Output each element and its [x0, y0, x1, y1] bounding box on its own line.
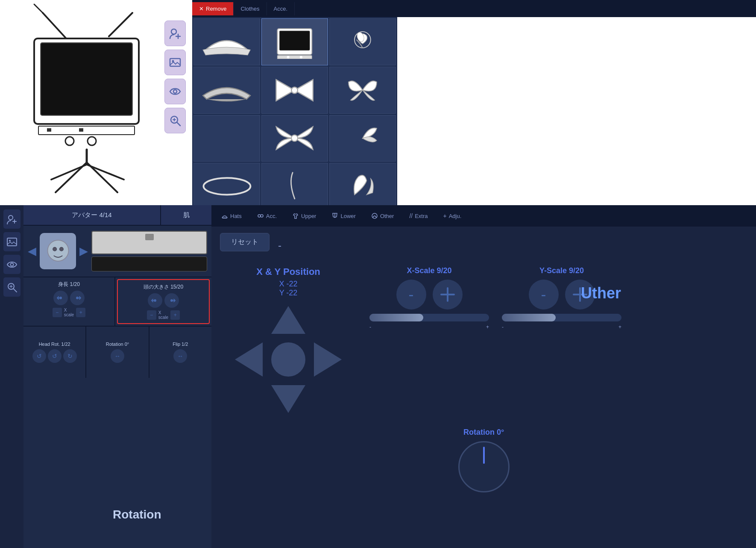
rotation-bottom-label: Rotation [113, 508, 161, 521]
tab-extra[interactable]: // Extra [401, 209, 435, 223]
nav-tab-remove[interactable]: ✕ Remove [192, 2, 234, 15]
y-scale-minus-button[interactable]: - [529, 280, 559, 309]
item-cell-6[interactable] [329, 67, 396, 114]
y-scale-track-labels: - + [502, 324, 621, 330]
item-cell-11[interactable] [261, 163, 328, 210]
height-xscale-row: − Xscale + [27, 308, 111, 317]
head-decrease-button[interactable] [148, 293, 162, 308]
rotation-indicator [483, 447, 485, 464]
item-cell-3[interactable] [329, 18, 396, 65]
dpad-center-button[interactable] [271, 342, 305, 377]
tab-hats[interactable]: Hats [214, 209, 249, 223]
sidebar-add-btn[interactable] [3, 209, 21, 229]
tab-lower[interactable]: Lower [324, 209, 363, 223]
eye-button[interactable] [164, 79, 186, 104]
y-scale-max-label: + [618, 324, 621, 330]
svg-rect-18 [170, 59, 180, 66]
full-layout: ✕ Remove Clothes Acce. [0, 0, 756, 548]
halo-item [199, 167, 255, 206]
upper-tab-icon [292, 212, 299, 219]
reset-row: リセット - [220, 233, 747, 258]
head-rot-btn-1[interactable]: ↺ [32, 349, 46, 363]
item-cell-10[interactable] [193, 163, 260, 210]
right-main-panel: Hats Acc. Upper [211, 205, 756, 548]
item-cell-2[interactable] [261, 18, 328, 65]
height-scale-plus[interactable]: + [76, 308, 85, 317]
svg-point-28 [287, 56, 290, 59]
rotation-label: Rotation 0° [106, 342, 129, 347]
dpad-left-button[interactable] [235, 342, 263, 377]
avatar-config-panel: アバター 4/14 肌 ◀ ▶ [23, 205, 211, 548]
y-scale-track[interactable] [502, 314, 621, 321]
item-cell-4[interactable] [193, 67, 260, 114]
item-cell-8[interactable] [261, 115, 328, 162]
skin-swatch-dark[interactable] [91, 256, 207, 271]
head-rot-btn-2[interactable]: ↺ [48, 349, 62, 363]
x-scale-min-label: - [369, 324, 371, 330]
x-scale-minus-button[interactable]: - [396, 280, 426, 309]
plus-icon [439, 286, 456, 303]
flip-cell: Flip 1/2 ↔ [149, 327, 211, 378]
tab-adjust[interactable]: + Adju. [436, 209, 469, 223]
skin-swatch-light[interactable] [91, 231, 207, 254]
rotation-circle[interactable] [458, 441, 510, 492]
sidebar-image-btn[interactable] [3, 232, 21, 251]
hats-tab-icon [221, 212, 228, 219]
x-scale-ctrl: X-Scale 9/20 - [369, 266, 489, 415]
dpad-down-button[interactable] [271, 385, 305, 413]
x-scale-title: X-Scale 9/20 [369, 266, 489, 275]
head-scale-minus[interactable]: − [147, 310, 156, 320]
head-scale-plus[interactable]: + [170, 310, 180, 320]
avatar-next-button[interactable]: ▶ [79, 245, 88, 258]
x-scale-plus-button[interactable] [433, 280, 463, 309]
reset-button[interactable]: リセット [220, 233, 270, 251]
xy-position-values: X -22 Y -22 [220, 280, 357, 298]
item-cell-1[interactable] [193, 18, 260, 65]
head-increase-button[interactable] [164, 293, 179, 308]
uther-text: Uther [581, 284, 621, 302]
bow-item [268, 120, 321, 156]
items-grid [192, 17, 397, 205]
svg-rect-4 [41, 43, 132, 115]
svg-point-15 [171, 29, 176, 34]
height-scale-minus[interactable]: − [53, 308, 62, 317]
head-rot-btn-3[interactable]: ↻ [63, 349, 77, 363]
dpad-right-button[interactable] [314, 342, 342, 377]
skin-label: 肌 [160, 205, 211, 225]
height-increase-button[interactable] [70, 291, 85, 305]
flip-btn[interactable]: ↔ [173, 349, 187, 363]
gallery-button[interactable] [164, 50, 186, 75]
rotation-btn[interactable]: ↔ [111, 349, 124, 363]
svg-line-42 [13, 289, 17, 292]
sidebar-zoom-btn[interactable] [3, 277, 21, 297]
wing-item [340, 122, 386, 154]
sidebar-eye-btn[interactable] [3, 255, 21, 274]
rotation-title: Rotation 0° [220, 428, 747, 437]
item-cell-7[interactable] [193, 115, 260, 162]
height-arrows [27, 291, 111, 305]
svg-rect-38 [7, 238, 17, 246]
uther-display: Uther [565, 274, 637, 312]
height-decrease-button[interactable] [53, 291, 68, 305]
avatar-prev-button[interactable]: ◀ [28, 245, 36, 258]
x-scale-track[interactable] [369, 314, 489, 321]
item-cell-12[interactable] [329, 163, 396, 210]
add-avatar-button[interactable] [164, 21, 186, 46]
eye-icon [169, 85, 181, 97]
tab-upper[interactable]: Upper [284, 209, 324, 223]
nav-tab-acce[interactable]: Acce. [267, 2, 295, 15]
svg-point-33 [291, 135, 298, 141]
tab-other[interactable]: Other [363, 209, 402, 223]
flip-label: Flip 1/2 [173, 342, 188, 347]
item-cell-9[interactable] [329, 115, 396, 162]
item-cell-5[interactable] [261, 67, 328, 114]
svg-point-32 [292, 87, 298, 93]
svg-line-11 [51, 165, 87, 180]
nav-tab-clothes[interactable]: Clothes [234, 2, 267, 15]
head-xscale-row: − Xscale + [121, 310, 205, 320]
dpad-up-button[interactable] [271, 306, 305, 334]
zoom-button[interactable] [164, 108, 186, 133]
tab-acc[interactable]: Acc. [249, 209, 284, 223]
svg-point-34 [203, 178, 250, 195]
image-icon [169, 56, 181, 68]
